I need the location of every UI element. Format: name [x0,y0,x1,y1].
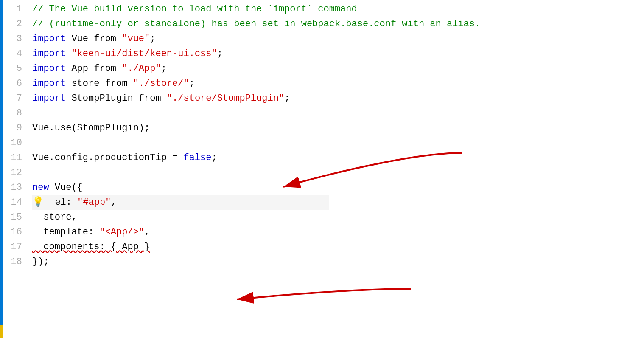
code-token: import [32,61,66,76]
code-token: ; [217,46,223,61]
code-line-2: // (runtime-only or standalone) has been… [32,17,644,31]
code-token: // (runtime-only or standalone) has been… [32,17,480,31]
code-token: "./store/StompPlugin" [161,91,284,106]
code-token: import [32,91,66,106]
line-number-4: 4 [3,46,22,61]
line-number-5: 5 [3,61,22,76]
code-line-12 [32,165,644,180]
code-token: Vue.config.productionTip = [32,150,183,165]
code-token: Vue.use(StompPlugin); [32,121,150,135]
code-token: "keen-ui/dist/keen-ui.css" [71,46,217,61]
code-area: // The Vue build version to load with th… [29,0,644,338]
line-number-10: 10 [3,135,22,150]
line-number-8: 8 [3,106,22,121]
code-line-18: }); [32,254,644,269]
code-token: from [94,31,116,46]
code-token: ; [189,76,195,91]
code-token: "./App" [116,61,161,76]
code-token: , [111,195,116,210]
line-number-2: 2 [3,17,22,31]
code-token: template: [32,225,99,239]
code-token [66,46,71,61]
code-token: StompPlugin [66,91,139,106]
line-number-9: 9 [3,121,22,135]
code-token: 💡 el: [32,195,77,210]
code-line-10 [32,135,644,150]
code-line-3: import Vue from "vue"; [32,31,644,46]
code-line-5: import App from "./App"; [32,61,644,76]
code-token: ; [150,31,155,46]
line-number-12: 12 [3,165,22,180]
code-token: store, [32,210,77,225]
line-number-3: 3 [3,31,22,46]
code-token: "./store/" [127,76,189,91]
code-line-8 [32,106,644,121]
line-number-16: 16 [3,225,22,239]
code-token: Vue({ [49,180,83,195]
code-line-4: import "keen-ui/dist/keen-ui.css"; [32,46,644,61]
code-line-14: 💡 el: "#app", [32,195,329,210]
code-line-17: components: { App } [32,239,644,254]
code-token: store [66,76,105,91]
code-line-7: import StompPlugin from "./store/StompPl… [32,91,644,106]
code-token: components: { App } [32,239,150,254]
code-line-15: store, [32,210,644,225]
code-token: from [94,61,116,76]
code-token: import [32,31,66,46]
line-numbers: 123456789101112131415161718 [3,0,29,338]
code-line-6: import store from "./store/"; [32,76,644,91]
code-editor: 123456789101112131415161718 // The Vue b… [0,0,644,338]
code-token: import [32,76,66,91]
line-number-13: 13 [3,180,22,195]
code-line-11: Vue.config.productionTip = false; [32,150,644,165]
code-line-13: ▶new Vue({ [32,180,644,195]
line-number-17: 17 [3,239,22,254]
code-token: from [139,91,161,106]
code-token: new [32,180,49,195]
editor-left-bar [0,0,3,338]
code-token: App [66,61,94,76]
code-token: // The Vue build version to load with th… [32,2,357,17]
line-number-7: 7 [3,91,22,106]
code-line-16: template: "<App/>", [32,225,644,239]
code-line-9: Vue.use(StompPlugin); [32,121,644,135]
eslint-arrow-svg [216,276,419,310]
line-number-11: 11 [3,150,22,165]
code-token: "<App/>" [99,225,144,239]
line-number-18: 18 [3,254,22,269]
line-number-1: 1 [3,2,22,17]
code-line-1: // The Vue build version to load with th… [32,2,644,17]
left-bar-accent [0,325,3,338]
line-number-6: 6 [3,76,22,91]
code-token: import [32,46,66,61]
code-token: false [183,150,211,165]
code-token: ; [161,61,167,76]
code-token: ; [211,150,217,165]
code-token: "#app" [77,195,111,210]
code-token: }); [32,254,49,269]
line-number-15: 15 [3,210,22,225]
code-token: from [105,76,128,91]
code-token: ; [284,91,290,106]
line-number-14: 14 [3,195,22,210]
code-token: Vue [66,31,94,46]
code-token: "vue" [116,31,150,46]
code-token: , [144,225,150,239]
